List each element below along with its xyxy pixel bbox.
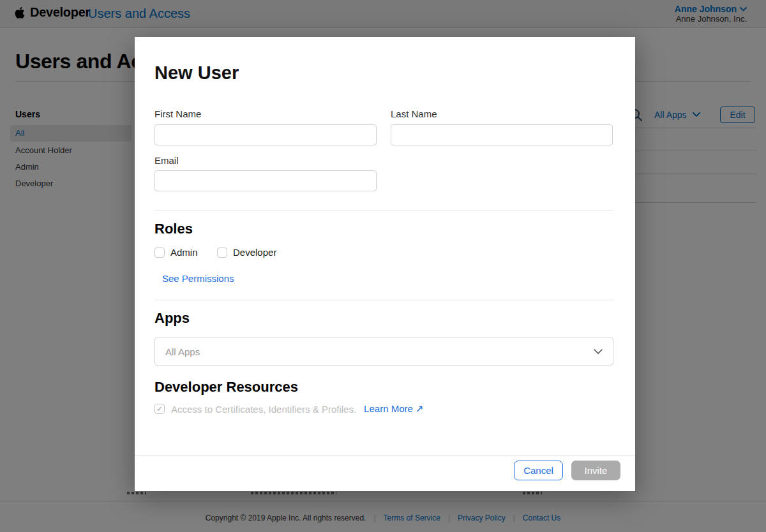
checked-checkbox-icon: ✓ <box>154 404 165 414</box>
apps-select-dropdown[interactable]: All Apps <box>154 337 613 366</box>
certificates-access-checkbox[interactable]: ✓ Access to Certificates, Identifiers & … <box>154 403 424 415</box>
cancel-button[interactable]: Cancel <box>514 461 563 480</box>
role-checkbox-admin[interactable]: Admin <box>154 247 198 258</box>
certificates-access-label: Access to Certificates, Identifiers & Pr… <box>171 404 356 415</box>
modal-title: New User <box>154 63 239 84</box>
first-name-field[interactable] <box>154 124 377 145</box>
last-name-field[interactable] <box>391 124 613 145</box>
modal-footer-divider <box>135 455 635 455</box>
apps-dropdown-placeholder: All Apps <box>165 346 594 357</box>
chevron-down-icon <box>594 349 603 355</box>
role-admin-label: Admin <box>170 247 198 258</box>
last-name-label: Last Name <box>391 108 437 119</box>
roles-heading: Roles <box>154 221 193 237</box>
see-permissions-link[interactable]: See Permissions <box>162 273 234 284</box>
developer-resources-heading: Developer Resources <box>154 379 298 395</box>
checkbox-icon <box>154 248 165 258</box>
checkbox-icon <box>217 248 227 258</box>
invite-button[interactable]: Invite <box>571 461 620 480</box>
screen: Developer Users and Access Anne Johnson … <box>0 0 766 532</box>
role-checkbox-developer[interactable]: Developer <box>217 247 276 258</box>
new-user-modal: New User First Name Last Name Email Role… <box>135 37 635 491</box>
section-divider <box>154 300 613 300</box>
learn-more-link[interactable]: Learn More ↗ <box>364 403 423 415</box>
email-label: Email <box>154 155 179 166</box>
section-divider <box>154 210 613 211</box>
apps-heading: Apps <box>154 310 190 327</box>
role-developer-label: Developer <box>233 247 276 258</box>
first-name-label: First Name <box>154 108 201 119</box>
email-field[interactable] <box>154 170 377 191</box>
